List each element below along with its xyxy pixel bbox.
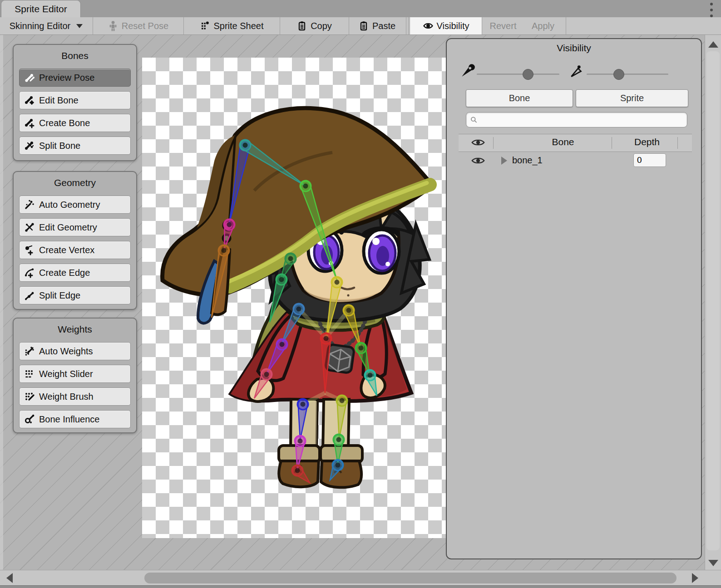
paste-icon — [358, 20, 369, 31]
column-bone[interactable]: Bone — [518, 137, 608, 147]
geometry-panel-title: Geometry — [19, 177, 131, 188]
horizontal-scrollbar[interactable] — [0, 570, 721, 586]
create-bone-label: Create Bone — [39, 118, 90, 128]
window-bottom-edge — [0, 585, 721, 588]
scroll-left-arrow[interactable] — [6, 573, 13, 583]
chevron-down-icon — [76, 24, 83, 28]
vertical-scroll-thumb[interactable] — [706, 51, 720, 550]
create-vertex-label: Create Vertex — [39, 245, 94, 255]
column-depth[interactable]: Depth — [620, 137, 674, 147]
visibility-panel: Visibility Bone Sprite — [446, 38, 702, 559]
bone-influence-button[interactable]: Bone Influence — [19, 410, 131, 428]
search-input[interactable] — [478, 115, 683, 125]
auto-weights-button[interactable]: Auto Weights — [19, 342, 131, 360]
tab-bone[interactable]: Bone — [466, 89, 573, 107]
bone-influence-icon — [24, 414, 35, 425]
geometry-panel: Geometry Auto Geometry Edit Geometry — [13, 171, 137, 310]
bone-opacity-slider-knob[interactable] — [523, 69, 533, 80]
reset-pose-button[interactable]: Reset Pose — [93, 17, 183, 34]
paste-button[interactable]: Paste — [349, 17, 405, 34]
bone[interactable] — [299, 179, 342, 282]
skinning-editor-dropdown[interactable]: Skinning Editor — [0, 17, 92, 34]
split-bone-button[interactable]: Split Bone — [19, 137, 131, 155]
tab-sprite-editor[interactable]: Sprite Editor — [1, 0, 81, 18]
bone-influence-label: Bone Influence — [39, 414, 99, 425]
bone-search-field[interactable] — [466, 112, 687, 127]
bones-panel: Bones Preview Pose Edit Bone Creat — [13, 44, 137, 161]
mannequin-icon — [108, 20, 119, 31]
preview-pose-button[interactable]: Preview Pose — [19, 69, 131, 87]
edit-bone-button[interactable]: Edit Bone — [19, 91, 131, 109]
bone-opacity-slider-track[interactable] — [477, 74, 559, 75]
weights-panel: Weights Auto Weights Weight Slider — [13, 318, 137, 433]
create-bone-icon — [24, 118, 35, 128]
bone-table-header: Bone Depth — [459, 134, 692, 152]
paste-label: Paste — [372, 21, 395, 31]
edit-bone-icon — [24, 95, 35, 106]
bone-row[interactable]: bone_1 — [459, 151, 692, 170]
tab-sprite[interactable]: Sprite — [576, 89, 688, 107]
scroll-down-arrow[interactable] — [708, 560, 718, 566]
weight-brush-label: Weight Brush — [39, 392, 94, 402]
visibility-toggle-button[interactable]: Visibility — [410, 17, 482, 34]
bones-panel-title: Bones — [19, 50, 131, 61]
edit-geometry-label: Edit Geometry — [39, 222, 97, 233]
create-edge-button[interactable]: Create Edge — [19, 264, 131, 282]
expander-icon[interactable] — [501, 157, 507, 165]
search-icon — [470, 116, 478, 124]
sprite-sheet-icon — [199, 20, 210, 31]
split-bone-icon — [24, 140, 35, 151]
apply-button[interactable]: Apply — [525, 17, 561, 34]
weight-brush-button[interactable]: Weight Brush — [19, 387, 131, 406]
vertical-scrollbar[interactable] — [705, 35, 721, 570]
copy-button[interactable]: Copy — [280, 17, 348, 34]
bone[interactable] — [237, 137, 308, 191]
split-bone-label: Split Bone — [39, 141, 80, 151]
bone[interactable] — [295, 398, 309, 441]
preview-pose-icon — [24, 72, 35, 83]
apply-label: Apply — [532, 21, 554, 31]
bone[interactable] — [320, 333, 331, 393]
edit-geometry-button[interactable]: Edit Geometry — [19, 218, 131, 236]
horizontal-scroll-thumb[interactable] — [144, 573, 677, 583]
tab-sprite-label: Sprite — [620, 93, 644, 103]
mesh-opacity-slider-track[interactable] — [587, 74, 668, 75]
visibility-panel-title: Visibility — [447, 43, 701, 54]
visibility-column-eye-icon[interactable] — [471, 138, 485, 147]
split-edge-label: Split Edge — [39, 290, 80, 301]
sprite-sheet-button[interactable]: Sprite Sheet — [184, 17, 279, 34]
auto-geometry-label: Auto Geometry — [39, 200, 100, 210]
bone[interactable] — [342, 304, 366, 349]
bone[interactable] — [264, 273, 288, 323]
toolbar: Skinning Editor Reset Pose Spri — [0, 17, 721, 35]
mesh-opacity-slider-knob[interactable] — [613, 69, 624, 80]
create-vertex-button[interactable]: Create Vertex — [19, 241, 131, 259]
sprite-editor-window: Sprite Editor Skinning Editor Reset Pose — [0, 0, 721, 588]
bone[interactable] — [363, 368, 382, 397]
visibility-label: Visibility — [437, 21, 469, 31]
split-edge-icon — [24, 290, 35, 301]
bone[interactable] — [206, 244, 230, 318]
bone[interactable] — [325, 458, 345, 483]
bone-opacity-icon — [459, 63, 476, 79]
auto-geometry-button[interactable]: Auto Geometry — [19, 196, 131, 214]
scroll-up-arrow[interactable] — [708, 41, 718, 48]
bone-name[interactable]: bone_1 — [512, 155, 543, 166]
depth-input[interactable] — [633, 153, 666, 167]
weight-slider-icon — [24, 368, 35, 379]
create-edge-label: Create Edge — [39, 268, 90, 278]
revert-label: Revert — [490, 21, 517, 31]
create-bone-button[interactable]: Create Bone — [19, 114, 131, 132]
kebab-menu-icon[interactable] — [707, 2, 716, 18]
scroll-right-arrow[interactable] — [692, 573, 698, 583]
sprite-sheet-label: Sprite Sheet — [213, 21, 263, 31]
bone-visibility-eye-icon[interactable] — [471, 156, 485, 165]
weight-slider-button[interactable]: Weight Slider — [19, 365, 131, 383]
bone[interactable] — [249, 367, 274, 401]
revert-button[interactable]: Revert — [482, 17, 524, 34]
bone[interactable] — [290, 463, 313, 486]
reset-pose-label: Reset Pose — [122, 21, 168, 31]
split-edge-button[interactable]: Split Edge — [19, 286, 131, 304]
preview-pose-label: Preview Pose — [39, 73, 94, 83]
bone[interactable] — [334, 395, 348, 439]
